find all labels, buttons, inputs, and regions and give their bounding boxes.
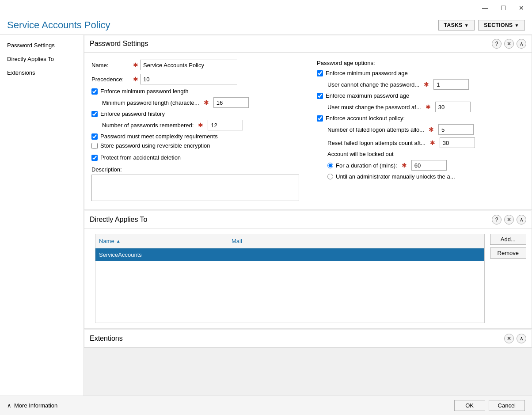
- enforce-lockout-row: Enforce account lockout policy:: [317, 115, 524, 122]
- password-settings-help-btn[interactable]: ?: [492, 39, 502, 49]
- sidebar: Password Settings Directly Applies To Ex…: [0, 35, 84, 396]
- more-info-arrow: ∧: [7, 402, 11, 409]
- enforce-lockout-label: Enforce account lockout policy:: [326, 115, 405, 122]
- user-must-change-row: User must change the password af... ✱: [327, 102, 524, 112]
- sidebar-item-password-settings[interactable]: Password Settings: [0, 38, 84, 52]
- applies-to-table: Name ▲ Mail ServiceAccounts: [95, 234, 485, 323]
- applies-to-inner: Name ▲ Mail ServiceAccounts: [84, 228, 532, 328]
- protect-deletion-checkbox[interactable]: [91, 155, 98, 161]
- password-settings-two-col: Name: ✱ Precedence: ✱: [91, 60, 524, 202]
- enforce-min-age-checkbox[interactable]: [317, 70, 323, 76]
- more-info[interactable]: ∧ More Information: [7, 402, 57, 409]
- content-area: Password Settings ? ✕ ∧ Name: ✱: [84, 35, 532, 396]
- password-settings-right: Password age options: Enforce minimum pa…: [317, 60, 524, 202]
- ok-button[interactable]: OK: [454, 400, 485, 411]
- name-input[interactable]: [140, 60, 237, 70]
- enforce-min-age-row: Enforce minimum password age: [317, 70, 524, 76]
- mail-column-header[interactable]: Mail: [228, 236, 316, 246]
- description-input[interactable]: [91, 175, 299, 201]
- password-settings-collapse-btn[interactable]: ∧: [517, 39, 526, 49]
- applies-to-collapse-btn[interactable]: ∧: [517, 215, 526, 225]
- sidebar-item-extensions[interactable]: Extensions: [0, 66, 84, 80]
- maximize-button[interactable]: ☐: [498, 4, 509, 12]
- cancel-button[interactable]: Cancel: [489, 400, 525, 411]
- enforce-lockout-checkbox[interactable]: [317, 115, 323, 122]
- duration-radio[interactable]: [327, 163, 333, 168]
- directly-applies-to-body: Name ▲ Mail ServiceAccounts: [84, 228, 532, 328]
- enforce-max-age-row: Enforce maximum password age: [317, 92, 524, 99]
- duration-input[interactable]: [411, 160, 447, 171]
- precedence-input[interactable]: [140, 74, 237, 84]
- password-settings-controls: ? ✕ ∧: [492, 39, 526, 49]
- app-title: Service Accounts Policy: [7, 19, 110, 31]
- bottom-bar: ∧ More Information OK Cancel: [0, 396, 532, 415]
- user-cannot-change-label: User cannot change the password...: [327, 81, 419, 88]
- account-locked-row: Account will be locked out: [327, 151, 524, 157]
- extensions-collapse-btn[interactable]: ∧: [517, 334, 526, 343]
- enforce-min-age-label: Enforce minimum password age: [326, 70, 408, 76]
- applies-to-close-btn[interactable]: ✕: [504, 215, 514, 225]
- name-row: Name: ✱: [91, 60, 299, 70]
- complexity-checkbox[interactable]: [91, 133, 98, 140]
- password-settings-close-btn[interactable]: ✕: [504, 39, 514, 49]
- table-header: Name ▲ Mail: [95, 234, 484, 248]
- user-must-change-label: User must change the password af...: [327, 104, 421, 110]
- failed-logon-label: Number of failed logon attempts allo...: [327, 126, 424, 133]
- tasks-dropdown-arrow: ▼: [464, 23, 469, 28]
- min-length-row: Minimum password length (characte... ✱: [102, 97, 299, 108]
- header-buttons: TASKS ▼ SECTIONS ▼: [438, 20, 525, 30]
- close-button[interactable]: ✕: [516, 4, 527, 12]
- directly-applies-to-header: Directly Applies To ? ✕ ∧: [84, 211, 532, 228]
- account-locked-label: Account will be locked out: [327, 151, 394, 157]
- duration-label: For a duration of (mins):: [336, 162, 397, 169]
- password-age-label-row: Password age options:: [317, 60, 524, 66]
- history-required: ✱: [198, 122, 203, 129]
- minimize-button[interactable]: —: [479, 4, 491, 12]
- user-cannot-change-row: User cannot change the password... ✱: [327, 79, 524, 90]
- description-label: Description:: [91, 166, 299, 173]
- history-input[interactable]: [208, 120, 243, 130]
- min-age-required: ✱: [424, 81, 429, 88]
- tasks-button[interactable]: TASKS ▼: [438, 20, 475, 30]
- enforce-max-age-checkbox[interactable]: [317, 93, 323, 99]
- enforce-max-age-label: Enforce maximum password age: [326, 92, 409, 99]
- reset-failed-input[interactable]: [440, 137, 475, 148]
- admin-unlock-radio[interactable]: [327, 174, 333, 179]
- min-age-input[interactable]: [433, 79, 469, 90]
- table-row[interactable]: ServiceAccounts: [95, 248, 484, 261]
- name-required: ✱: [133, 61, 138, 69]
- description-area: Description:: [91, 166, 299, 202]
- applies-to-table-area: Name ▲ Mail ServiceAccounts: [90, 228, 490, 328]
- admin-unlock-row: Until an administrator manually unlocks …: [327, 173, 524, 180]
- duration-row: For a duration of (mins): ✱: [327, 160, 524, 171]
- protect-deletion-label: Protect from accidental deletion: [100, 154, 181, 161]
- min-length-label: Minimum password length (characte...: [102, 99, 199, 106]
- reset-failed-row: Reset failed logon attempts count aft...…: [327, 137, 524, 148]
- history-row: Number of passwords remembered: ✱: [102, 120, 299, 130]
- max-age-input[interactable]: [435, 102, 471, 112]
- enforce-history-row: Enforce password history: [91, 110, 299, 117]
- bottom-buttons: OK Cancel: [454, 400, 525, 411]
- table-empty-area: [95, 261, 484, 323]
- sections-button[interactable]: SECTIONS ▼: [478, 20, 525, 30]
- extensions-close-btn[interactable]: ✕: [504, 334, 514, 343]
- add-button[interactable]: Add...: [490, 234, 526, 245]
- directly-applies-to-title: Directly Applies To: [90, 216, 147, 224]
- store-reversible-checkbox[interactable]: [91, 143, 98, 149]
- name-column-header[interactable]: Name ▲: [95, 236, 228, 246]
- enforce-history-checkbox[interactable]: [91, 111, 98, 117]
- more-info-label: More Information: [14, 402, 57, 409]
- password-settings-left: Name: ✱ Precedence: ✱: [91, 60, 299, 202]
- remove-button[interactable]: Remove: [490, 247, 526, 259]
- min-length-input[interactable]: [213, 97, 249, 108]
- complexity-label: Password must meet complexity requiremen…: [100, 133, 218, 140]
- extensions-header: Extentions ✕ ∧: [84, 330, 532, 347]
- password-age-label: Password age options:: [317, 60, 375, 66]
- title-bar: — ☐ ✕: [0, 0, 532, 16]
- sidebar-item-directly-applies-to[interactable]: Directly Applies To: [0, 52, 84, 66]
- failed-logon-input[interactable]: [438, 124, 474, 135]
- enforce-min-length-row: Enforce minimum password length: [91, 88, 299, 95]
- applies-to-help-btn[interactable]: ?: [492, 215, 502, 225]
- enforce-min-length-checkbox[interactable]: [91, 88, 98, 95]
- password-settings-title: Password Settings: [90, 40, 148, 48]
